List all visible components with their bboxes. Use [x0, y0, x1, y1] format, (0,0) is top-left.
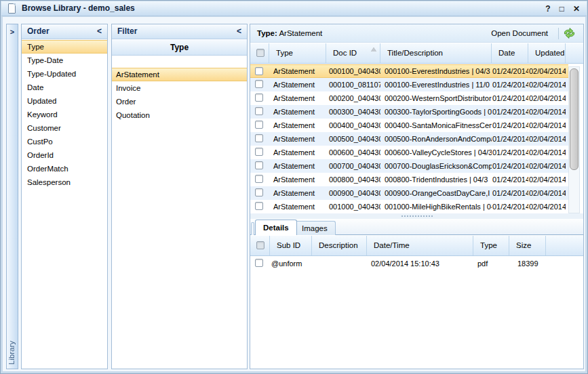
filter-item[interactable]: Invoice — [112, 81, 247, 95]
type-indicator-label: Type: — [257, 29, 277, 37]
refresh-icon[interactable] — [563, 28, 576, 39]
order-item[interactable]: OrderId — [22, 148, 107, 162]
column-header-filler — [546, 236, 583, 255]
order-item[interactable]: Date — [22, 81, 107, 94]
documents-toolbar: Type: ArStatement Open Document — [250, 24, 583, 43]
column-header-subid[interactable]: Sub ID — [270, 236, 312, 255]
tab-details[interactable]: Details — [255, 220, 297, 235]
order-item[interactable]: CustPo — [22, 135, 107, 148]
cell-date: 01/24/2014 — [492, 173, 528, 186]
column-header-type[interactable]: Type — [269, 43, 326, 63]
open-document-button[interactable]: Open Document — [486, 26, 553, 40]
panel-splitter[interactable] — [250, 213, 583, 219]
order-item[interactable]: Type-Updated — [22, 67, 107, 81]
cell-updated: 02/04/2014 — [528, 119, 566, 132]
row-checkbox[interactable] — [255, 94, 263, 102]
cell-date: 01/24/2014 — [492, 91, 528, 105]
column-header-updated[interactable]: Updated — [528, 43, 566, 63]
order-item[interactable]: Customer — [22, 121, 107, 135]
cell-updated: 02/04/2014 — [528, 65, 566, 77]
column-header-description[interactable]: Description — [312, 236, 367, 255]
window-title: Browse Library - demo_sales — [22, 1, 135, 16]
document-row[interactable]: ArStatement000900_040430000900-OrangeCoa… — [250, 186, 568, 200]
row-checkbox[interactable] — [255, 202, 263, 210]
cell-title: 000200-WesternSportDistributor — [380, 91, 492, 105]
cell-type: ArStatement — [269, 78, 326, 91]
close-button[interactable]: ✕ — [573, 4, 580, 14]
cell-type: ArStatement — [269, 173, 326, 186]
filter-column-header[interactable]: Type — [112, 40, 247, 56]
expand-chevron-icon[interactable]: > — [7, 28, 18, 36]
details-select-all-checkbox[interactable] — [256, 241, 264, 249]
cell-updated: 02/04/2014 — [528, 78, 566, 91]
vertical-scrollbar[interactable] — [568, 66, 580, 213]
cell-type: ArStatement — [269, 65, 326, 77]
filter-panel-header[interactable]: Filter < — [112, 24, 247, 39]
column-header-date[interactable]: Date — [492, 43, 528, 63]
cell-type: ArStatement — [269, 200, 326, 213]
select-all-column-header[interactable] — [252, 43, 269, 63]
column-header-filetype[interactable]: Type — [473, 236, 509, 255]
details-table-header: Sub ID Description Date/Time Type Size — [250, 236, 583, 256]
help-button[interactable]: ? — [545, 4, 550, 14]
tab-images[interactable]: Images — [294, 221, 336, 235]
row-checkbox[interactable] — [255, 80, 263, 88]
row-checkbox[interactable] — [255, 188, 263, 196]
cell-updated: 02/04/2014 — [528, 146, 566, 159]
filter-item[interactable]: ArStatement — [112, 68, 247, 81]
filter-panel: Filter < Type ArStatementInvoiceOrderQuo… — [111, 24, 248, 369]
collapse-chevron-icon[interactable]: < — [97, 24, 102, 39]
splitter-grip-icon[interactable] — [401, 215, 433, 217]
filter-item[interactable]: Order — [112, 95, 247, 108]
order-item[interactable]: Updated — [22, 94, 107, 108]
document-row[interactable]: ArStatement001000_040430001000-MileHighB… — [250, 200, 568, 213]
type-indicator: Type: ArStatement — [257, 24, 322, 42]
select-all-checkbox[interactable] — [256, 49, 264, 57]
order-panel-header[interactable]: Order < — [22, 24, 107, 39]
column-header-docid-label: Doc ID — [333, 49, 357, 57]
document-row[interactable]: ArStatement000500_040430000500-RonAnders… — [250, 132, 568, 146]
collapse-chevron-icon[interactable]: < — [237, 24, 241, 39]
document-row[interactable]: ArStatement000200_040430000200-WesternSp… — [250, 91, 568, 105]
document-row[interactable]: ArStatement000100_040430000100-EverestIn… — [250, 64, 568, 78]
scrollbar-thumb[interactable] — [570, 68, 579, 170]
details-select-all-column-header[interactable] — [252, 236, 270, 255]
maximize-button[interactable]: □ — [560, 4, 564, 14]
row-checkbox[interactable] — [255, 161, 263, 169]
row-checkbox[interactable] — [255, 121, 263, 129]
document-row[interactable]: ArStatement000400_040430000400-SantaMoni… — [250, 119, 568, 132]
column-header-docid[interactable]: Doc ID — [326, 43, 380, 63]
cell-title: 000800-TridentIndustries | 04/3 — [380, 173, 492, 186]
filter-item[interactable]: Quotation — [112, 108, 247, 122]
cell-title: 000400-SantaMonicaFitnessCen — [380, 119, 492, 132]
order-item[interactable]: Salesperson — [22, 175, 107, 189]
row-checkbox[interactable] — [255, 148, 263, 156]
detail-row[interactable]: @unform02/04/2014 15:10:43pdf18399 — [250, 257, 582, 270]
cell-date: 01/24/2014 — [492, 159, 528, 173]
order-item[interactable]: Keyword — [22, 108, 107, 121]
column-header-size[interactable]: Size — [509, 236, 546, 255]
order-item[interactable]: OrderMatch — [22, 162, 107, 175]
client-area: > Library Order < TypeType-DateType-Upda… — [3, 17, 585, 371]
row-checkbox[interactable] — [255, 67, 263, 75]
document-row[interactable]: ArStatement000100_081107000100-EverestIn… — [250, 78, 568, 91]
document-row[interactable]: ArStatement000700_040430000700-DouglasEr… — [250, 159, 568, 173]
order-item[interactable]: Type — [22, 40, 107, 54]
cell-type: ArStatement — [269, 91, 326, 105]
row-checkbox[interactable] — [255, 134, 263, 142]
document-row[interactable]: ArStatement000600_040430000600-ValleyCyc… — [250, 146, 568, 159]
documents-rows: ArStatement000100_040430000100-EverestIn… — [250, 64, 568, 213]
column-header-datetime[interactable]: Date/Time — [367, 236, 473, 255]
row-checkbox[interactable] — [255, 175, 263, 183]
column-header-title[interactable]: Title/Description — [380, 43, 492, 63]
order-item[interactable]: Type-Date — [22, 54, 107, 67]
document-row[interactable]: ArStatement000300_040430000300-TaylorSpo… — [250, 105, 568, 119]
cell-updated: 02/04/2014 — [528, 173, 566, 186]
filter-items: ArStatementInvoiceOrderQuotation — [112, 68, 247, 122]
row-checkbox[interactable] — [255, 107, 263, 115]
library-strip[interactable]: > Library — [6, 24, 18, 369]
cell-date: 01/24/2014 — [492, 146, 528, 159]
document-row[interactable]: ArStatement000800_040430000800-TridentIn… — [250, 173, 568, 186]
row-checkbox[interactable] — [255, 259, 263, 267]
cell-docid: 000200_040430 — [326, 91, 380, 105]
